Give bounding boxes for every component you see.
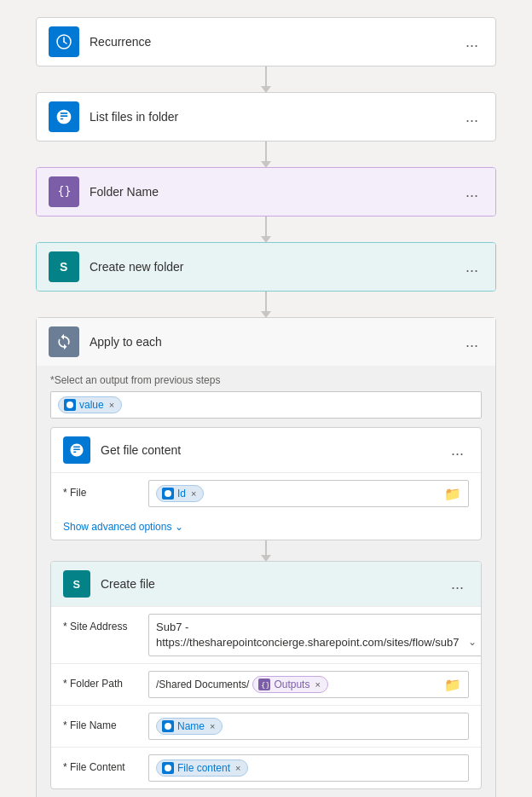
id-token: Id ×	[156, 485, 204, 502]
file-content-token: File content ×	[156, 759, 248, 777]
id-token-label: Id	[177, 488, 186, 500]
svg-line-2	[64, 42, 66, 43]
get-file-more[interactable]: ...	[446, 440, 469, 461]
file-name-input[interactable]: Name ×	[148, 713, 469, 740]
outputs-token-icon: {}	[258, 679, 270, 690]
svg-point-12	[165, 765, 171, 771]
get-file-title: Get file content	[101, 443, 446, 457]
svg-text:{}: {}	[58, 185, 72, 198]
site-address-text: Sub7 - https://thesharepointconcierge.sh…	[156, 621, 460, 649]
name-token-icon	[162, 720, 174, 732]
folder-path-label: * Folder Path	[63, 671, 140, 690]
outputs-token-remove[interactable]: ×	[315, 679, 320, 690]
list-files-icon	[49, 101, 79, 132]
apply-each-more[interactable]: ...	[460, 332, 483, 353]
file-field-row: * File Id × 📁	[51, 472, 481, 514]
recurrence-header[interactable]: Recurrence ...	[37, 18, 495, 66]
file-browse-icon[interactable]: 📁	[444, 486, 461, 502]
select-output-input[interactable]: value ×	[50, 391, 482, 419]
site-address-row: * Site Address Sub7 - https://thesharepo…	[51, 606, 481, 663]
svg-point-11	[165, 723, 171, 730]
recurrence-card: Recurrence ...	[36, 17, 496, 66]
create-folder-more[interactable]: ...	[460, 257, 483, 278]
create-folder-icon: S	[49, 251, 79, 282]
inner-connector	[265, 540, 267, 561]
svg-text:S: S	[60, 260, 67, 274]
folder-path-value: /Shared Documents/ {} Outputs × 📁	[148, 671, 469, 698]
file-value: Id × 📁	[148, 480, 469, 507]
file-input[interactable]: Id × 📁	[148, 480, 469, 507]
list-files-title: List files in folder	[90, 110, 460, 124]
folder-path-prefix: /Shared Documents/	[156, 679, 249, 690]
folder-name-more[interactable]: ...	[460, 182, 483, 203]
file-content-token-remove[interactable]: ×	[235, 763, 240, 773]
folder-path-row: * Folder Path /Shared Documents/ {} Outp…	[51, 663, 481, 705]
create-file-card: S Create file ... * Site Address Sub7 - …	[50, 561, 482, 789]
add-action-area[interactable]: Add an action	[50, 789, 482, 797]
outputs-token-label: Outputs	[274, 679, 309, 690]
connector-2	[265, 141, 267, 167]
name-token-remove[interactable]: ×	[210, 721, 215, 731]
apply-each-header[interactable]: Apply to each ...	[37, 318, 495, 366]
name-token-label: Name	[177, 720, 205, 732]
connector-4	[265, 292, 267, 317]
apply-each-icon	[49, 326, 79, 357]
show-advanced[interactable]: Show advanced options ⌄	[51, 514, 481, 540]
file-content-token-label: File content	[177, 762, 230, 774]
create-file-more[interactable]: ...	[446, 574, 469, 595]
svg-point-6	[66, 401, 73, 408]
list-files-more[interactable]: ...	[460, 107, 483, 128]
get-file-content-card: Get file content ... * File	[50, 427, 482, 540]
folder-name-title: Folder Name	[90, 185, 460, 199]
id-token-remove[interactable]: ×	[191, 488, 196, 499]
folder-name-card: {} Folder Name ...	[36, 167, 496, 217]
create-folder-card: S Create new folder ...	[36, 242, 496, 292]
create-folder-header[interactable]: S Create new folder ...	[37, 243, 495, 291]
chevron-icon: ⌄	[175, 521, 183, 533]
file-content-value: File content ×	[148, 754, 469, 782]
select-output-label: *Select an output from previous steps	[50, 374, 482, 386]
file-name-row: * File Name Name ×	[51, 705, 481, 747]
connector-1	[265, 66, 267, 92]
file-content-input[interactable]: File content ×	[148, 754, 469, 782]
apply-each-card: Apply to each ... *Select an output from…	[36, 317, 496, 797]
recurrence-icon	[49, 26, 79, 57]
site-address-value-wrapper: Sub7 - https://thesharepointconcierge.sh…	[148, 614, 482, 656]
file-name-value: Name ×	[148, 713, 469, 740]
outputs-token: {} Outputs ×	[252, 676, 327, 693]
folder-name-icon: {}	[49, 176, 79, 207]
create-file-header[interactable]: S Create file ...	[51, 562, 481, 606]
connector-3	[265, 217, 267, 242]
folder-path-input[interactable]: /Shared Documents/ {} Outputs × 📁	[148, 671, 469, 698]
create-file-icon: S	[63, 570, 90, 598]
create-folder-title: Create new folder	[90, 260, 460, 274]
token-label: value	[79, 399, 104, 411]
svg-point-7	[165, 490, 171, 497]
value-token: value ×	[58, 396, 122, 413]
id-token-icon	[162, 488, 174, 500]
site-address-label: * Site Address	[63, 614, 140, 632]
file-content-label: * File Content	[63, 754, 140, 773]
show-advanced-label: Show advanced options	[63, 521, 171, 533]
name-token: Name ×	[156, 718, 223, 735]
list-files-card: List files in folder ...	[36, 92, 496, 141]
file-content-token-icon	[162, 762, 174, 774]
folder-path-browse-icon[interactable]: 📁	[444, 677, 461, 693]
file-name-label: * File Name	[63, 713, 140, 731]
recurrence-more[interactable]: ...	[460, 32, 483, 53]
svg-text:{}: {}	[261, 681, 269, 689]
site-address-input[interactable]: Sub7 - https://thesharepointconcierge.sh…	[148, 614, 482, 656]
folder-name-header[interactable]: {} Folder Name ...	[37, 168, 495, 216]
get-file-header[interactable]: Get file content ...	[51, 428, 481, 472]
value-token-remove[interactable]: ×	[109, 400, 114, 410]
site-address-chevron: ⌄	[468, 635, 477, 650]
list-files-header[interactable]: List files in folder ...	[37, 93, 495, 141]
recurrence-title: Recurrence	[90, 35, 460, 49]
flow-container: Recurrence ... List files in folder ... …	[17, 9, 515, 797]
apply-each-body: *Select an output from previous steps va…	[37, 366, 495, 797]
file-label: * File	[63, 480, 140, 499]
token-icon	[64, 399, 76, 411]
create-file-title: Create file	[101, 577, 446, 591]
get-file-icon	[63, 436, 90, 464]
file-content-row: * File Content File content ×	[51, 747, 481, 788]
